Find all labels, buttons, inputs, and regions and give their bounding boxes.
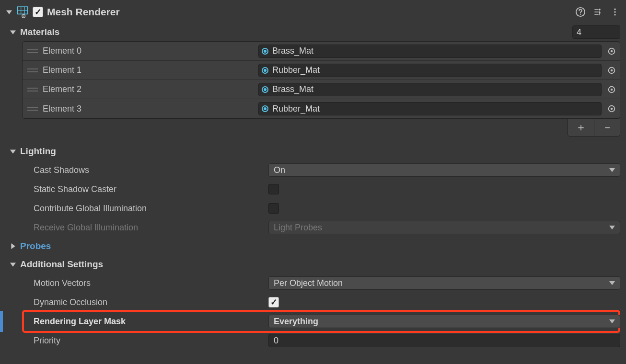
additional-settings-foldout[interactable] xyxy=(10,261,16,268)
svg-marker-23 xyxy=(10,149,16,153)
materials-foldout[interactable] xyxy=(10,29,16,35)
rendering-layer-mask-label: Rendering Layer Mask xyxy=(34,317,264,327)
svg-point-20 xyxy=(611,88,613,91)
material-object-field[interactable]: Rubber_Mat xyxy=(258,102,602,115)
chevron-down-icon xyxy=(609,223,615,233)
material-value: Rubber_Mat xyxy=(272,65,320,75)
mesh-renderer-icon xyxy=(16,6,29,18)
probes-foldout[interactable] xyxy=(10,243,16,250)
rendering-layer-mask-dropdown[interactable]: Everything xyxy=(268,315,620,328)
material-icon xyxy=(262,67,268,74)
svg-marker-24 xyxy=(609,168,615,172)
static-shadow-caster-label: Static Shadow Caster xyxy=(34,184,264,194)
material-value: Rubber_Mat xyxy=(272,104,320,114)
dynamic-occlusion-label: Dynamic Occlusion xyxy=(34,297,264,307)
probes-label[interactable]: Probes xyxy=(20,241,51,251)
material-object-field[interactable]: Rubber_Mat xyxy=(258,64,602,77)
remove-material-button[interactable]: － xyxy=(594,119,620,136)
material-element-row: Element 1 Rubber_Mat xyxy=(23,61,620,80)
material-element-label: Element 1 xyxy=(43,65,254,75)
svg-point-6 xyxy=(23,16,24,17)
svg-point-12 xyxy=(614,11,615,12)
material-object-field[interactable]: Brass_Mat xyxy=(258,45,602,58)
material-element-row: Element 0 Brass_Mat xyxy=(23,42,620,61)
material-icon xyxy=(262,86,268,93)
priority-field[interactable]: 0 xyxy=(268,334,620,347)
chevron-down-icon xyxy=(609,278,615,288)
svg-point-10 xyxy=(599,12,601,13)
material-element-label: Element 0 xyxy=(43,46,254,56)
static-shadow-caster-checkbox[interactable] xyxy=(268,184,279,194)
presets-icon[interactable] xyxy=(592,7,603,17)
drag-handle-icon[interactable] xyxy=(27,85,38,94)
component-foldout[interactable] xyxy=(6,9,12,15)
help-icon[interactable] xyxy=(575,7,586,17)
svg-point-22 xyxy=(611,108,613,110)
material-object-field[interactable]: Brass_Mat xyxy=(258,83,602,96)
additional-settings-label: Additional Settings xyxy=(20,259,103,270)
materials-label: Materials xyxy=(20,27,59,37)
svg-point-16 xyxy=(611,50,613,52)
contribute-gi-checkbox[interactable] xyxy=(268,203,279,214)
component-title: Mesh Renderer xyxy=(47,6,120,18)
active-indicator xyxy=(0,311,3,332)
receive-gi-dropdown: Light Probes xyxy=(268,221,620,234)
svg-point-8 xyxy=(580,13,581,14)
svg-point-9 xyxy=(599,9,601,10)
drag-handle-icon[interactable] xyxy=(27,66,38,75)
cast-shadows-dropdown[interactable]: On xyxy=(268,163,620,177)
kebab-menu-icon[interactable] xyxy=(610,7,620,17)
material-element-row: Element 3 Rubber_Mat xyxy=(23,99,620,118)
chevron-down-icon xyxy=(609,165,615,175)
object-picker-icon[interactable] xyxy=(606,84,617,95)
motion-vectors-label: Motion Vectors xyxy=(34,278,264,288)
material-icon xyxy=(262,48,268,55)
svg-marker-27 xyxy=(10,262,16,266)
svg-marker-29 xyxy=(609,319,615,323)
svg-marker-25 xyxy=(609,226,615,229)
lighting-foldout[interactable] xyxy=(10,148,16,155)
object-picker-icon[interactable] xyxy=(606,103,617,114)
materials-count-field[interactable]: 4 xyxy=(572,25,620,39)
svg-marker-14 xyxy=(10,30,16,34)
material-value: Brass_Mat xyxy=(272,46,313,56)
material-element-label: Element 3 xyxy=(43,104,254,114)
receive-gi-label: Receive Global Illumination xyxy=(34,223,264,233)
svg-marker-28 xyxy=(609,281,615,285)
materials-list: Element 0 Brass_Mat Element 1 Rubber_Mat… xyxy=(22,41,620,119)
contribute-gi-label: Contribute Global Illumination xyxy=(34,204,264,214)
add-material-button[interactable]: ＋ xyxy=(568,119,594,136)
svg-point-18 xyxy=(611,69,613,71)
object-picker-icon[interactable] xyxy=(606,46,617,57)
motion-vectors-dropdown[interactable]: Per Object Motion xyxy=(268,276,620,290)
dynamic-occlusion-checkbox[interactable] xyxy=(268,297,279,307)
svg-point-11 xyxy=(614,9,615,10)
svg-point-13 xyxy=(614,14,615,15)
material-element-row: Element 2 Brass_Mat xyxy=(23,80,620,99)
material-element-label: Element 2 xyxy=(43,84,254,94)
object-picker-icon[interactable] xyxy=(606,65,617,76)
component-enabled-checkbox[interactable] xyxy=(33,7,43,17)
chevron-down-icon xyxy=(609,317,615,327)
material-value: Brass_Mat xyxy=(272,84,313,94)
drag-handle-icon[interactable] xyxy=(27,46,38,56)
cast-shadows-label: Cast Shadows xyxy=(34,165,264,175)
material-icon xyxy=(262,105,268,112)
svg-marker-26 xyxy=(11,243,15,249)
priority-label: Priority xyxy=(34,336,264,346)
svg-marker-0 xyxy=(6,10,12,14)
drag-handle-icon[interactable] xyxy=(27,104,38,114)
lighting-label: Lighting xyxy=(20,146,56,157)
